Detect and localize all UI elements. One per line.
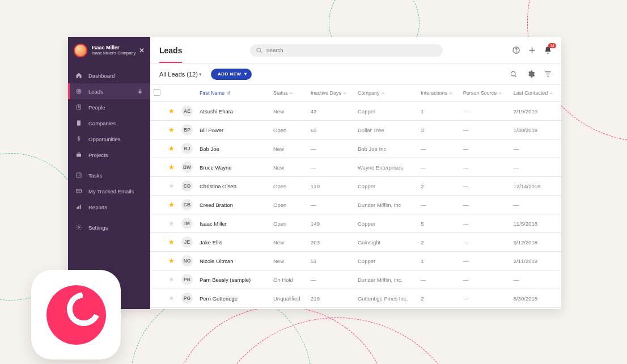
cell-company: Copper: [354, 177, 417, 196]
cell-company: —: [354, 308, 417, 310]
star-icon[interactable]: ★: [168, 294, 175, 302]
svg-rect-7: [78, 121, 78, 122]
target-icon: [75, 87, 83, 95]
table-row[interactable]: ★CBCreed BrattonOpen—Dunder Mifflin, Inc…: [150, 196, 561, 214]
cell-company: Dollar Tree: [354, 121, 417, 139]
star-icon[interactable]: ★: [168, 107, 175, 115]
table-row[interactable]: ★BWBruce WayneNew—Wayne Enterprises———: [150, 158, 561, 177]
svg-point-23: [516, 52, 516, 52]
cell-company: Bob Joe Inc: [354, 139, 417, 158]
sidebar-item-dashboard[interactable]: Dashboard: [68, 67, 150, 83]
filter-icon[interactable]: [543, 70, 552, 79]
sidebar-item-settings[interactable]: Settings: [68, 219, 150, 235]
sidebar-item-projects[interactable]: Projects: [68, 147, 150, 163]
column-label: Person Source: [463, 90, 497, 96]
home-icon: [75, 71, 83, 79]
sidebar-item-leads[interactable]: Leads: [68, 83, 150, 99]
svg-rect-3: [139, 91, 142, 94]
column-header-inactive_days[interactable]: Inactive Days≡: [307, 84, 354, 102]
table-row[interactable]: ★BJBob JoeNew—Bob Joe Inc———: [150, 139, 561, 158]
cell-person-source: —: [460, 289, 510, 308]
avatar[interactable]: [74, 44, 87, 57]
table-row[interactable]: ★NONicole OltmanNew51Copper1—2/11/2019: [150, 252, 561, 270]
table-row[interactable]: ★COChristina OlsenOpen110Copper2—12/14/2…: [150, 177, 561, 196]
table-wrap[interactable]: First Name⇵Status≡Inactive Days≡Company≡…: [150, 84, 561, 309]
cell-status: Open: [270, 177, 307, 196]
dollar-icon: [75, 135, 83, 143]
view-select[interactable]: All Leads (12) ▾: [159, 71, 202, 78]
cell-person-source: —: [460, 308, 510, 310]
add-icon[interactable]: [527, 46, 536, 55]
close-icon[interactable]: ✕: [139, 46, 145, 54]
help-icon[interactable]: [511, 46, 520, 55]
star-icon[interactable]: ★: [168, 145, 175, 153]
star-icon[interactable]: ★: [168, 238, 175, 246]
search-input-wrap[interactable]: [250, 44, 443, 57]
select-all-checkbox[interactable]: [154, 89, 160, 96]
gear-icon[interactable]: [526, 70, 535, 79]
svg-point-19: [78, 227, 80, 228]
cell-company: Copper: [354, 214, 417, 233]
table-row[interactable]: ★PBPam Beesly (sample)On Hold—Dunder Mif…: [150, 270, 561, 289]
star-icon[interactable]: ★: [168, 257, 175, 265]
cell-company: Dunder Mifflin, Inc.: [354, 270, 417, 289]
initials-badge: AE: [181, 105, 193, 117]
cell-last-contacted: —: [510, 196, 561, 214]
table-row[interactable]: ★BPBill PowerOpen63Dollar Tree3—1/30/201…: [150, 121, 561, 139]
column-label: Last Contacted: [514, 90, 548, 96]
cell-company: Copper: [354, 252, 417, 270]
star-icon[interactable]: ★: [168, 276, 175, 283]
column-header-company[interactable]: Company≡: [354, 84, 417, 102]
person-icon: [75, 103, 83, 111]
star-icon[interactable]: ★: [168, 219, 175, 227]
table-row[interactable]: ★PGPerri GutteridgeUnqualified216Guttent…: [150, 289, 561, 308]
cell-first-name: Pam Beesly (sample): [196, 270, 270, 289]
cell-status: Open: [270, 196, 307, 214]
cell-last-contacted: 8/30/2018: [510, 289, 561, 308]
building-icon: [75, 119, 83, 127]
table-row[interactable]: ★MMildredaNew—————: [150, 308, 561, 310]
search-icon: [256, 47, 262, 54]
column-header-person_source[interactable]: Person Source≡: [460, 84, 510, 102]
sidebar-item-tracked[interactable]: My Tracked Emails: [68, 183, 150, 199]
cell-last-contacted: 2/11/2019: [510, 252, 561, 270]
sidebar-item-label: Projects: [88, 152, 108, 158]
table-search-icon[interactable]: [509, 70, 518, 79]
sidebar-item-people[interactable]: People: [68, 99, 150, 115]
table-row[interactable]: ★JEJake EllisNew203Gainsight2—9/12/2018: [150, 233, 561, 252]
cell-status: On Hold: [270, 270, 307, 289]
star-icon[interactable]: ★: [168, 126, 175, 134]
sidebar-item-companies[interactable]: Companies: [68, 115, 150, 131]
column-header-first_name[interactable]: First Name⇵: [196, 84, 270, 102]
column-header-status[interactable]: Status≡: [270, 84, 307, 102]
add-new-button[interactable]: ADD NEW: [211, 69, 252, 80]
initials-badge: PB: [181, 274, 193, 285]
table-row[interactable]: ★AEAtsushi EharaNew43Copper1—2/19/2019: [150, 102, 561, 121]
column-header-interactions[interactable]: Interactions≡: [417, 84, 460, 102]
sidebar-item-tasks[interactable]: Tasks: [68, 167, 150, 183]
star-icon[interactable]: ★: [168, 201, 175, 209]
cell-interactions: 2: [417, 177, 460, 196]
cell-status: Open: [270, 214, 307, 233]
user-block[interactable]: Isaac Miller Isaac Miller's Company: [92, 45, 139, 56]
sidebar-item-label: Dashboard: [88, 73, 115, 79]
user-name: Isaac Miller: [92, 45, 139, 51]
cell-first-name: Atsushi Ehara: [196, 102, 270, 121]
initials-badge: NO: [181, 255, 193, 266]
svg-rect-10: [79, 122, 80, 123]
notifications-icon[interactable]: 14: [543, 46, 552, 55]
notification-badge: 14: [548, 43, 556, 48]
search-input[interactable]: [262, 47, 437, 53]
star-icon[interactable]: ★: [168, 182, 175, 190]
sidebar-item-reports[interactable]: Reports: [68, 199, 150, 215]
sidebar-item-label: Companies: [88, 120, 116, 126]
cell-interactions: 5: [417, 214, 460, 233]
table-row[interactable]: ★IMIsaac MillerOpen149Copper5—11/5/2018: [150, 214, 561, 233]
cell-inactive-days: —: [307, 270, 354, 289]
cell-inactive-days: 51: [307, 252, 354, 270]
leads-table: First Name⇵Status≡Inactive Days≡Company≡…: [150, 84, 561, 309]
cell-last-contacted: 11/5/2018: [510, 214, 561, 233]
star-icon[interactable]: ★: [168, 163, 175, 171]
sidebar-item-opportunities[interactable]: Opportunities: [68, 131, 150, 147]
column-header-last_contacted[interactable]: Last Contacted≡: [510, 84, 561, 102]
